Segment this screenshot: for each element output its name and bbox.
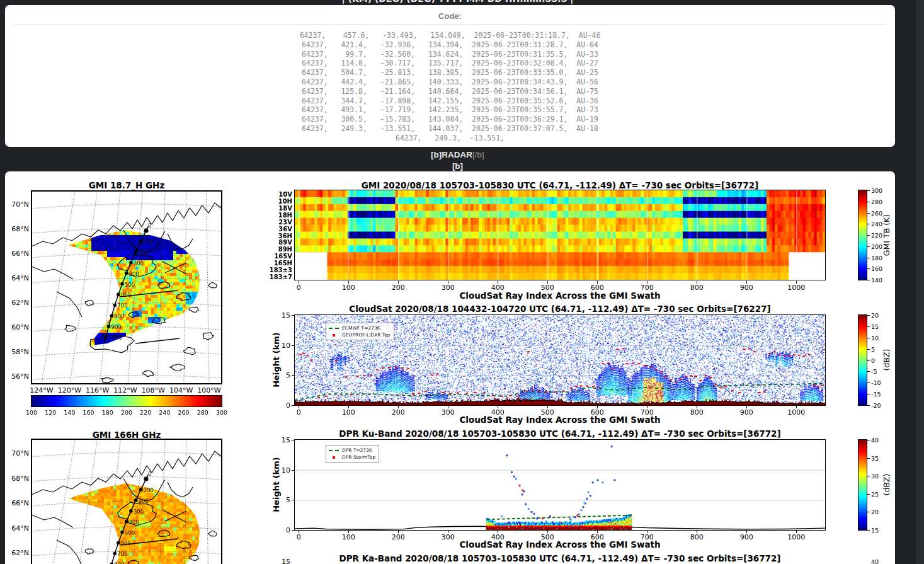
x-tick-mark	[348, 281, 349, 284]
colorbar-tick-label: 140	[60, 409, 78, 416]
legend-label: DPR T=273K	[342, 447, 372, 453]
y-tick-mark	[292, 470, 294, 471]
x-tick-label: 100	[339, 533, 358, 541]
y-tick-label: 10	[268, 342, 290, 350]
x-tick-label: 500	[538, 408, 557, 417]
channel-label: 165V	[243, 253, 292, 260]
colorbar-tick-mark	[867, 394, 870, 394]
colorbar-tick-mark	[867, 349, 870, 350]
chart2-legend: ECMWF T=273K GEOPROF-LIDAR Top	[326, 323, 394, 340]
channel-label: 183±7	[243, 273, 292, 280]
y-tick-label: 5	[268, 496, 290, 504]
x-tick-mark	[299, 531, 299, 533]
y-tick-label: 15	[268, 311, 290, 319]
x-tick-label: 700	[637, 533, 656, 541]
bbcode-b-line: [b]	[0, 161, 915, 171]
x-tick-label: 900	[737, 284, 756, 292]
colorbar-tick-mark	[867, 440, 870, 440]
lon-label: 104°W	[167, 386, 196, 394]
x-tick-label: 0	[289, 284, 308, 292]
bbcode-close-tag: [/b]	[472, 150, 484, 159]
lat-label: 70°N	[5, 449, 29, 458]
colorbar-tick-mark	[867, 326, 870, 327]
bbcode-open-tag: [b]	[431, 150, 442, 159]
bbcode-open-tag: [b]	[452, 161, 463, 171]
chart2-colorbar-label: (dBZ)	[882, 349, 891, 371]
channel-label: 10V	[243, 191, 292, 198]
channel-label: 18V	[243, 205, 292, 212]
colorbar-tick-label: 260	[871, 210, 882, 217]
x-tick-mark	[746, 281, 747, 284]
chart1-xlabel: CloudSat Ray Index Across the GMI Swath	[295, 291, 825, 301]
forum-post-page: | (KM) (DEG) (DEG) YYYY-MM-DD HH:mm:SS.S…	[0, 0, 924, 564]
legend-row: DPR StormTop	[329, 454, 375, 461]
code-line: 64237, 344.7, -17.898, 142.155, 2025-06-…	[5, 96, 895, 106]
x-tick-label: 800	[687, 284, 706, 292]
x-tick-label: 200	[389, 284, 408, 292]
code-panel-divider	[14, 25, 886, 25]
colorbar-tick-label: -5	[871, 368, 877, 375]
x-tick-mark	[547, 531, 548, 533]
satellite-figure-panel: GMI 18.7_H GHz GMI 166H GHz GMI 2020/08/…	[5, 171, 895, 564]
channel-label: 89H	[243, 246, 292, 253]
scrollbar-track[interactable]	[915, 0, 924, 564]
channel-label: 36H	[243, 233, 292, 239]
x-tick-mark	[647, 406, 647, 408]
colorbar-tick-label: 140	[871, 277, 882, 284]
x-tick-mark	[299, 281, 299, 284]
x-tick-mark	[299, 406, 299, 408]
x-tick-mark	[597, 281, 598, 284]
lat-label: 62°N	[5, 299, 29, 307]
colorbar-tick-label: 240	[871, 221, 882, 227]
x-tick-label: 800	[687, 533, 706, 541]
x-tick-mark	[697, 406, 697, 408]
lat-label: 70°N	[5, 200, 29, 209]
colorbar-tick-label: 5	[871, 346, 875, 353]
colorbar-tick-label: 30	[871, 473, 879, 480]
x-tick-label: 600	[588, 408, 607, 417]
channel-label: 36V	[243, 226, 292, 233]
x-tick-label: 500	[538, 284, 557, 292]
x-tick-mark	[697, 531, 697, 533]
code-quote-panel: Code: 64237, 457.6, -33.493, 134.049, 20…	[5, 5, 895, 147]
x-tick-label: 800	[687, 408, 706, 417]
colorbar-tick-label: 20	[871, 509, 879, 515]
x-tick-label: 700	[637, 408, 656, 417]
x-tick-label: 200	[389, 408, 408, 417]
x-tick-label: 100	[339, 408, 358, 417]
colorbar-tick-mark	[867, 246, 870, 247]
colorbar-tick-label: 15	[871, 527, 879, 534]
colorbar-tick-label: 240	[156, 409, 173, 416]
code-line: 64237, 442.4, -21.865, 140.333, 2025-06-…	[5, 78, 895, 87]
colorbar-tick-label: 260	[175, 409, 193, 416]
colorbar-tick-mark	[867, 512, 870, 512]
x-tick-mark	[448, 281, 448, 284]
x-tick-label: 900	[737, 408, 756, 417]
chart4-title: DPR Ka-Band 2020/08/18 105703-105830 UTC…	[295, 553, 825, 563]
colorbar-tick-label: 0	[871, 357, 875, 364]
colorbar-tick-mark	[867, 258, 870, 258]
y-tick-label: 0	[268, 401, 290, 410]
x-tick-mark	[348, 406, 349, 408]
colorbar-tick-label: 20	[871, 312, 879, 319]
colorbar-tick-label: 280	[871, 199, 882, 205]
colorbar-tick-label: 200	[118, 409, 135, 416]
colorbar-tick-label: 220	[137, 409, 154, 416]
chart2-title: CloudSat 2020/08/18 104432-104720 UTC (6…	[295, 304, 825, 314]
x-tick-label: 1000	[787, 533, 806, 541]
x-tick-mark	[647, 281, 647, 284]
y-tick-mark	[292, 500, 294, 500]
chart4-first-colorbar-tick: 40	[871, 558, 879, 564]
cropped-column-header-text: | (KM) (DEG) (DEG) YYYY-MM-DD HH:mm:SS.S…	[0, 0, 915, 4]
red-dot-sample-icon	[333, 334, 335, 337]
y-tick-label: 0	[268, 526, 290, 534]
colorbar-tick-label: 200	[871, 243, 882, 250]
colorbar-tick-label: -10	[871, 379, 881, 386]
map-gmi-18h-canvas	[31, 190, 222, 384]
x-tick-label: 300	[438, 408, 457, 417]
map1-title: GMI 18.7_H GHz	[31, 180, 222, 190]
x-tick-label: 0	[289, 533, 308, 541]
chart2-colorbar-canvas	[858, 314, 867, 406]
colorbar-tick-label: 100	[23, 409, 40, 416]
x-tick-mark	[746, 531, 747, 533]
